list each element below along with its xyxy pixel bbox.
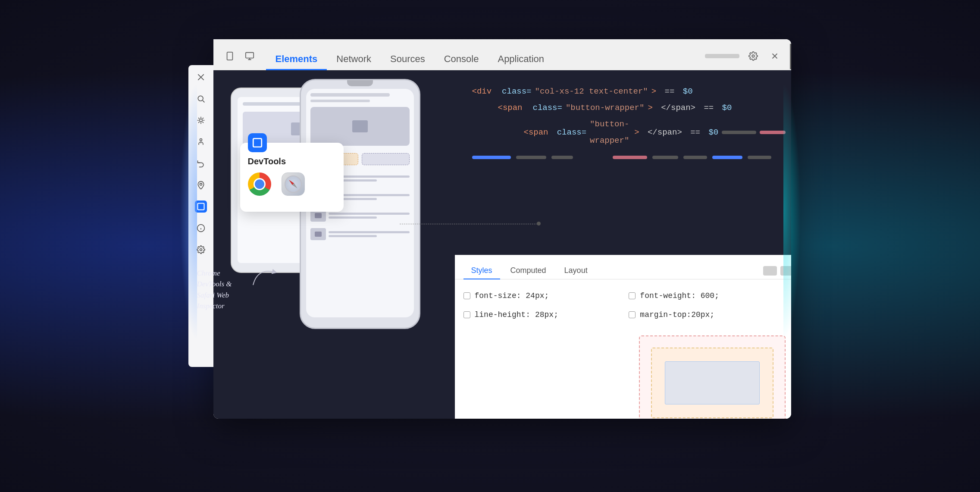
main-scene: Elements Network Sources Console Applica…	[188, 39, 792, 453]
phone-card-4-line-2	[329, 235, 377, 237]
css-checkbox-margin-top[interactable]	[629, 311, 636, 318]
css-prop-font-size-value: font-size: 24px;	[475, 291, 549, 300]
style-btn-1	[763, 266, 777, 276]
code-attr-class-2: class=	[533, 100, 562, 116]
code-dollar-1: $0	[683, 83, 693, 100]
tab-bar-settings	[705, 48, 783, 70]
phone-card-4-line-1	[329, 231, 410, 233]
style-tab-styles[interactable]: Styles	[463, 263, 500, 279]
phone-card-3-line-1	[329, 213, 410, 215]
tab-bar-icons	[222, 48, 257, 70]
close-icon[interactable]	[767, 48, 783, 64]
device-desktop-icon[interactable]	[242, 48, 257, 64]
code-str-1: "col-xs-12 text-center"	[535, 83, 648, 100]
color-dot-pink	[613, 156, 647, 159]
styles-tab-bar: Styles Computed Layout	[455, 255, 791, 279]
tab-console[interactable]: Console	[435, 49, 488, 70]
code-tag-open-2: <span	[498, 100, 523, 116]
svg-line-3	[203, 100, 204, 102]
code-eq-1: ==	[660, 83, 679, 100]
style-tab-computed[interactable]: Computed	[503, 263, 554, 279]
code-line-3-decorations	[722, 131, 786, 134]
code-tag-close-2: >	[648, 100, 652, 116]
color-dot-blue-1	[472, 156, 511, 159]
phone-card-4-img-placeholder	[315, 232, 322, 237]
box-model-visual	[639, 335, 786, 419]
phone-card-4-lines	[329, 231, 410, 237]
css-properties-grid: font-size: 24px; font-weight: 600; line-…	[455, 279, 791, 331]
phone-notch	[347, 80, 373, 86]
css-prop-line-height: line-height: 28px;	[463, 305, 629, 324]
svg-rect-21	[253, 138, 262, 147]
right-glow-decoration	[783, 82, 801, 341]
code-content: <div class="col-xs-12 text-center" > == …	[455, 70, 791, 172]
svg-rect-13	[227, 52, 232, 60]
code-eq-2: ==	[699, 100, 719, 116]
device-mobile-icon[interactable]	[222, 48, 238, 64]
phone-cta-btn-2	[362, 153, 410, 165]
css-checkbox-font-weight[interactable]	[629, 292, 636, 299]
devtools-main-area: <div class="col-xs-12 text-center" > == …	[213, 70, 791, 419]
tab-network[interactable]: Network	[327, 49, 381, 70]
code-inner-2: </span>	[656, 100, 695, 116]
color-dot-gray-5	[748, 156, 771, 159]
code-line-2: <span class="button-wrapper" > </span> =…	[472, 100, 786, 116]
tab-bar: Elements Network Sources Console Applica…	[213, 39, 791, 70]
svg-point-7	[200, 183, 202, 185]
settings-gear-icon[interactable]	[745, 48, 761, 64]
code-dollar-3: $0	[708, 124, 718, 141]
tab-sources[interactable]: Sources	[381, 49, 435, 70]
phone-card-3-img-placeholder	[315, 213, 322, 218]
code-inner-3: </span>	[643, 124, 682, 141]
style-tab-layout[interactable]: Layout	[557, 263, 595, 279]
box-model-content	[665, 361, 760, 404]
color-dot-gray-1	[516, 156, 546, 159]
phone-card-4-image	[310, 228, 326, 240]
phone-header-bar	[310, 93, 390, 97]
code-line-3: <span class="button-wrapper" > </span> =…	[472, 116, 786, 149]
code-str-3: "button-wrapper"	[590, 116, 631, 149]
code-dot-gray-1	[722, 131, 756, 134]
css-prop-line-height-value: line-height: 28px;	[475, 310, 558, 319]
color-dot-gray-4	[683, 156, 707, 159]
svg-point-4	[199, 119, 202, 122]
phone-card-3-lines	[329, 213, 410, 219]
code-dollar-2: $0	[722, 100, 732, 116]
color-dot-gray-3	[652, 156, 678, 159]
left-glow-decoration	[180, 82, 197, 341]
annotation-text: ChromeDevTools &Safari WebInspector	[197, 268, 266, 312]
sidebar-cursor-icon[interactable]	[195, 71, 207, 83]
devtools-popup-icon	[248, 133, 267, 152]
code-attr-class-1: class=	[502, 83, 531, 100]
svg-rect-8	[197, 203, 204, 210]
tab-application[interactable]: Application	[488, 49, 554, 70]
css-prop-margin-top-value: margin-top:20px;	[640, 310, 714, 319]
css-checkbox-font-size[interactable]	[463, 292, 470, 299]
code-eq-3: ==	[686, 124, 705, 141]
css-prop-margin-top: margin-top:20px;	[629, 305, 791, 324]
phone-card-4	[310, 226, 410, 242]
code-str-2: "button-wrapper"	[566, 100, 644, 116]
color-dot-blue-2	[712, 156, 742, 159]
code-tag-close-1: >	[651, 83, 656, 100]
tab-elements[interactable]: Elements	[266, 49, 327, 70]
color-dot-gray-2	[551, 156, 573, 159]
box-model-container	[455, 331, 791, 419]
chrome-icon	[248, 172, 271, 196]
connector-line-cta	[400, 224, 538, 224]
css-prop-font-weight: font-weight: 600;	[629, 286, 791, 305]
code-panel: <div class="col-xs-12 text-center" > == …	[455, 70, 791, 255]
devtools-popup-card: DevTools	[240, 143, 344, 212]
devtools-popup-browser-icons	[248, 172, 336, 196]
svg-point-12	[200, 248, 202, 251]
css-checkbox-line-height[interactable]	[463, 311, 470, 318]
phone-subheader-bar	[310, 100, 370, 102]
safari-icon	[282, 172, 305, 196]
devtools-window: Elements Network Sources Console Applica…	[213, 39, 791, 419]
styles-panel: Styles Computed Layout font-siz	[455, 255, 791, 419]
css-prop-font-size: font-size: 24px;	[463, 286, 629, 305]
css-prop-font-weight-value: font-weight: 600;	[640, 291, 719, 300]
code-tag-open-1: <div	[472, 83, 492, 100]
svg-point-18	[752, 55, 755, 57]
code-attr-class-3: class=	[557, 124, 586, 141]
